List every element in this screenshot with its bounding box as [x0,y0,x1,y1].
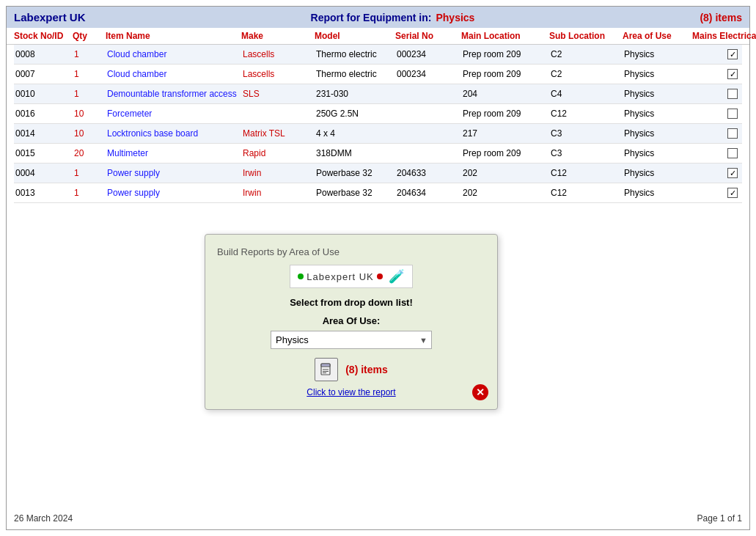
cell-value: Irwin [241,186,315,199]
modal-logo-area: Labexpert UK 🧪 [217,265,485,288]
col-main-location: Main Location [461,31,549,41]
report-items-count: (8) items [700,12,742,23]
cell-value: C2 [549,67,623,81]
table-row: 001610Forcemeter250G 2.5NPrep room 209C1… [14,104,742,124]
view-report-icon-button[interactable] [315,358,338,381]
col-sub-location: Sub Location [549,31,623,41]
cell-value: 0014 [14,127,73,140]
cell-value: 1 [73,166,106,180]
cell-value: Physics [623,186,692,199]
col-qty: Qty [73,31,106,41]
mains-checkbox [692,67,756,81]
table-body: 00081Cloud chamberLascellsThermo electri… [7,45,749,203]
cell-value: 217 [461,127,549,140]
click-to-view-text[interactable]: Click to view the report [217,387,485,397]
table-row: 001410Locktronics base boardMatrix TSL4 … [14,124,742,144]
cell-value: C3 [549,127,623,140]
footer: 26 March 2024 Page 1 of 1 [14,513,742,524]
modal-area-label: Area Of Use: [217,315,485,326]
cell-value [395,152,461,155]
cell-value: 0007 [14,67,73,81]
area-of-use-select[interactable]: Physics Biology Chemistry Mathematics [271,331,432,349]
cell-value: C2 [549,48,623,61]
col-item-name: Item Name [106,31,241,41]
cell-value: 204634 [395,186,461,199]
cell-value: 0008 [14,48,73,61]
modal-close-button[interactable]: ✕ [472,384,488,400]
cell-value: Rapid [241,147,315,160]
modal-title: Build Reports by Area of Use [217,246,485,257]
cell-value: 318DMM [315,147,395,160]
cell-value: 0010 [14,87,73,100]
cell-value: Thermo electric [315,48,395,61]
cell-value: 204633 [395,166,461,180]
table-row: 001520MultimeterRapid318DMMPrep room 209… [14,144,742,164]
cell-value: Cloud chamber [106,67,241,81]
report-document-icon [320,363,333,376]
cell-value: 0015 [14,147,73,160]
modal-action-row: (8) items [217,358,485,381]
cell-value: 231-030 [315,87,395,100]
cell-value: Irwin [241,166,315,180]
cell-value: 1 [73,87,106,100]
checkbox-unchecked-icon [727,128,738,139]
mains-checkbox [692,127,756,140]
cell-value: Multimeter [106,147,241,160]
cell-value: Locktronics base board [106,127,241,140]
cell-value: 204 [461,87,549,100]
logo-box: Labexpert UK 🧪 [290,265,413,288]
checkbox-checked-icon [727,49,738,59]
cell-value: Lascells [241,67,315,81]
col-stock-no: Stock No/ID [14,31,73,41]
cell-value: Power supply [106,186,241,199]
cell-value: Thermo electric [315,67,395,81]
cell-value: C12 [549,186,623,199]
table-row: 00081Cloud chamberLascellsThermo electri… [14,45,742,65]
logo-text: Labexpert UK [307,271,374,282]
cell-value: 10 [73,107,106,120]
cell-value: Cloud chamber [106,48,241,61]
modal-instruction: Select from drop down list! [217,297,485,308]
cell-value: Forcemeter [106,107,241,120]
area-select-wrapper[interactable]: Physics Biology Chemistry Mathematics ▼ [271,331,432,349]
cell-value: Powerbase 32 [315,186,395,199]
cell-value: Prep room 209 [461,147,549,160]
modal-select-row: Physics Biology Chemistry Mathematics ▼ [217,331,485,349]
cell-value [241,112,315,115]
cell-value: Matrix TSL [241,127,315,140]
cell-value: 202 [461,186,549,199]
cell-value: Lascells [241,48,315,61]
build-reports-modal: Build Reports by Area of Use Labexpert U… [205,234,498,410]
cell-value: 10 [73,127,106,140]
cell-value: Powerbase 32 [315,166,395,180]
checkbox-unchecked-icon [727,89,738,99]
col-model: Model [315,31,395,41]
logo-decoration: 🧪 [389,268,405,284]
mains-checkbox [692,147,756,160]
cell-value: Physics [623,67,692,81]
logo-green-dot [298,273,304,279]
cell-value: 202 [461,166,549,180]
cell-value: C12 [549,107,623,120]
mains-checkbox [692,186,756,199]
cell-value: Physics [623,127,692,140]
cell-value [395,92,461,95]
checkbox-checked-icon [727,188,738,198]
cell-value [395,112,461,115]
cell-value: 250G 2.5N [315,107,395,120]
cell-value: C3 [549,147,623,160]
main-container: Labexpert UK Report for Equipment in: Ph… [6,6,750,530]
cell-value: 0013 [14,186,73,199]
mains-checkbox [692,87,756,100]
cell-value: Physics [623,87,692,100]
report-label: Report for Equipment in: [311,12,432,23]
cell-value: Power supply [106,166,241,180]
cell-value: C12 [549,166,623,180]
cell-value: SLS [241,87,315,100]
cell-value: 0016 [14,107,73,120]
checkbox-unchecked-icon [727,109,738,119]
table-row: 00101Demountable transformer accessSLS23… [14,84,742,104]
col-area-of-use: Area of Use [623,31,692,41]
column-headers: Stock No/ID Qty Item Name Make Model Ser… [7,28,749,45]
cell-value: 000234 [395,48,461,61]
